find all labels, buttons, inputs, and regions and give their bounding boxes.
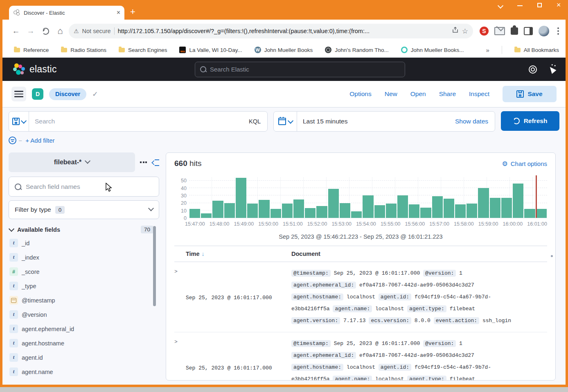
help-icon[interactable] [529,65,537,74]
histogram-bar[interactable] [513,184,523,218]
histogram-bar[interactable] [247,204,258,218]
bookmark-item[interactable]: wuLa Valle, WI 10-Day... [179,47,242,53]
histogram-bar[interactable] [236,178,246,218]
field-item[interactable]: #_score [9,264,159,279]
histogram-bar[interactable] [259,200,269,218]
histogram-bar[interactable] [524,209,535,218]
histogram-bar[interactable] [455,204,466,218]
chart-options-button[interactable]: ⚙ Chart options [502,160,547,168]
browser-menu-icon[interactable] [555,27,561,35]
date-quick-menu-button[interactable] [274,112,297,131]
field-settings-icon[interactable] [140,161,147,163]
field-search-input[interactable]: Search field names [9,177,159,197]
share-icon[interactable] [452,27,459,36]
side-panel-icon[interactable] [524,27,533,35]
histogram-bar[interactable] [316,206,327,218]
time-column-header[interactable]: Time ↓ [186,251,291,257]
histogram-bar[interactable] [224,203,235,218]
share-link[interactable]: Share [439,90,456,98]
window-close-icon[interactable]: × [557,2,562,8]
index-pattern-selector[interactable]: filebeat-* [9,152,135,172]
security-label[interactable]: Not secure [82,28,111,34]
refresh-button[interactable]: Refresh [501,111,559,131]
histogram-bar[interactable] [478,188,489,218]
histogram-bar[interactable] [536,209,547,218]
save-button[interactable]: Save [503,86,557,102]
window-menu-chevron-icon[interactable] [498,2,503,8]
histogram-bar[interactable] [282,204,293,218]
new-tab-button[interactable]: + [130,7,135,16]
home-icon[interactable]: ⌂ [54,25,66,37]
field-item[interactable]: tagent.hostname [9,336,159,350]
table-row[interactable]: >Sep 25, 2023 @ 16:01:17.000@timestamp: … [174,332,547,381]
histogram-bar[interactable] [328,189,339,218]
bookmarks-overflow-chevron[interactable]: » [486,47,489,54]
histogram-bar[interactable] [444,199,454,218]
field-item[interactable]: t_index [9,250,159,264]
add-filter-button[interactable]: + Add filter [25,137,54,144]
field-item[interactable]: t_id [9,236,159,250]
global-search-input[interactable]: Search Elastic [195,62,405,77]
bookmark-star-icon[interactable]: ☆ [462,27,468,36]
bookmark-item[interactable]: Search Engines [119,47,167,53]
histogram-bar[interactable] [351,211,362,218]
sort-descending-icon[interactable]: ↓ [202,251,205,257]
row-expander-icon[interactable]: > [174,338,186,381]
histogram-bar[interactable] [467,204,477,218]
field-item[interactable]: tagent.name [9,365,159,379]
histogram-bar[interactable] [420,208,431,218]
histogram-bar[interactable] [374,205,385,218]
histogram-bar[interactable] [293,199,304,218]
elastic-logo[interactable] [13,63,25,76]
field-item[interactable]: t@version [9,307,159,322]
forward-icon[interactable]: → [25,25,37,37]
histogram-bar[interactable] [397,195,408,218]
extension-mail-icon[interactable] [494,27,505,35]
collapse-sidebar-icon[interactable] [152,159,159,165]
menu-hamburger-icon[interactable] [11,87,26,101]
tab-close-icon[interactable]: × [117,9,120,16]
time-range-value[interactable]: Last 15 minutes [297,118,455,125]
query-language-button[interactable]: KQL [242,118,267,125]
options-link[interactable]: Options [349,90,371,98]
all-bookmarks[interactable]: All Bookmarks [514,47,559,53]
new-link[interactable]: New [385,90,397,98]
news-party-icon[interactable] [548,65,556,74]
histogram-bar[interactable] [212,201,223,218]
url-bar[interactable]: ⚠ Not secure http://172.105.7.150/app/di… [69,24,473,38]
bookmark-item[interactable]: Radio Stations [61,47,106,53]
histogram-bar[interactable] [189,209,200,218]
reload-icon[interactable] [39,25,52,37]
histogram-bar[interactable] [386,204,397,218]
histogram-bar[interactable] [432,196,443,218]
row-expander-icon[interactable]: > [174,267,186,327]
space-avatar[interactable]: D [32,88,43,100]
search-input[interactable] [29,118,242,125]
window-minimize-icon[interactable] [517,2,523,8]
bookmark-item[interactable]: Reference [14,47,49,53]
histogram-bar[interactable] [201,213,212,218]
histogram-bar[interactable] [340,203,350,218]
histogram-bar[interactable] [270,209,281,218]
bookmark-item[interactable]: John's Random Tho... [325,47,388,53]
browser-tab[interactable]: Discover - Elastic × [9,6,124,20]
histogram-bar[interactable] [363,195,373,218]
chevron-down-icon[interactable] [9,226,14,231]
back-icon[interactable]: ← [10,25,22,37]
url-text[interactable]: http://172.105.7.150/app/discover#/?_g=(… [118,28,449,34]
field-item[interactable]: tagent.id [9,350,159,365]
chart-plot-area[interactable] [189,177,547,218]
window-maximize-icon[interactable] [537,2,543,8]
histogram-bar[interactable] [501,198,512,218]
table-row[interactable]: >Sep 25, 2023 @ 16:01:17.000@timestamp: … [174,262,547,332]
field-item[interactable]: t_type [9,279,159,293]
histogram-bar[interactable] [409,204,419,218]
extension-s-icon[interactable]: S [480,27,489,36]
open-link[interactable]: Open [410,90,426,98]
histogram-bar[interactable] [305,208,316,218]
bookmark-item[interactable]: John Mueller Books... [401,47,464,53]
inspect-link[interactable]: Inspect [469,90,489,98]
field-item[interactable]: @timestamp [9,293,159,307]
bookmark-item[interactable]: WJohn Mueller Books [255,47,313,53]
show-dates-button[interactable]: Show dates [455,118,495,125]
